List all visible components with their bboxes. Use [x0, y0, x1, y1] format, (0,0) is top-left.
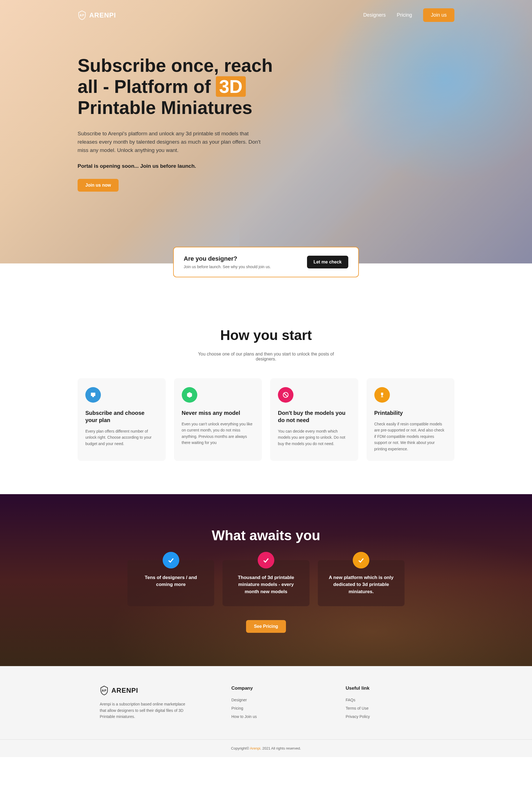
hero-title: Subscribe once, reach all - Platform of …: [77, 55, 277, 119]
footer-brand: AP ARENPI Arenpi is a subscription based…: [100, 685, 204, 723]
check-icon: [258, 552, 274, 569]
feature-card: Don't buy the models you do not need You…: [270, 378, 358, 461]
footer-logo[interactable]: AP ARENPI: [100, 685, 204, 696]
awaits-cards: Tens of designers / and coming more Thou…: [128, 560, 404, 607]
join-button[interactable]: Join us: [423, 8, 455, 22]
footer-link[interactable]: Pricing: [231, 706, 318, 710]
cube-icon: [182, 387, 197, 403]
feature-desc: Even you can't unlock everything you lik…: [182, 421, 254, 446]
designer-card-desc: Join us before launch. See why you shoul…: [184, 264, 271, 269]
join-now-button[interactable]: Join us now: [77, 179, 118, 192]
await-card: A new platform which is only dedicated t…: [318, 560, 404, 607]
await-card: Tens of designers / and coming more: [128, 560, 214, 607]
block-icon: [278, 387, 293, 403]
feature-title: Printability: [374, 409, 447, 417]
nav-pricing[interactable]: Pricing: [397, 12, 412, 18]
svg-rect-1: [91, 393, 95, 396]
hero-description: Subscribe to Arenpi's platform and unloc…: [77, 129, 266, 155]
footer-link[interactable]: How to Join us: [231, 714, 318, 719]
subscribe-icon: [85, 387, 101, 403]
svg-text:AP: AP: [80, 14, 84, 17]
svg-text:AP: AP: [102, 689, 106, 692]
hero-tagline: Portal is opening soon... Join us before…: [77, 163, 277, 169]
footer-link[interactable]: Terms of Use: [346, 706, 433, 710]
shield-icon: AP: [77, 10, 86, 20]
logo[interactable]: AP ARENPI: [77, 10, 116, 20]
feature-desc: Check easily if resin compatible models …: [374, 421, 447, 452]
hero-section: AP ARENPI Designers Pricing Join us Subs…: [0, 0, 532, 263]
footer-useful-col: Useful link FAQs Terms of Use Privacy Po…: [346, 685, 433, 723]
nav-designers[interactable]: Designers: [363, 12, 386, 18]
check-icon: [163, 552, 179, 569]
how-start-section: How you start You choose one of our plan…: [0, 294, 532, 494]
feature-title: Subscribe and choose your plan: [85, 409, 158, 424]
await-text: A new platform which is only dedicated t…: [326, 574, 396, 595]
designer-card: Are you designer? Join us before launch.…: [173, 247, 359, 277]
footer-link[interactable]: Privacy Policy: [346, 714, 433, 719]
brand-name: ARENPI: [89, 12, 116, 19]
feature-card: Printability Check easily if resin compa…: [367, 378, 455, 461]
designer-card-title: Are you designer?: [184, 255, 271, 262]
await-text: Thousand of 3d printable miniature model…: [231, 574, 301, 595]
feature-card: Never miss any model Even you can't unlo…: [174, 378, 262, 461]
await-card: Thousand of 3d printable miniature model…: [222, 560, 309, 607]
footer-company-col: Company Designer Pricing How to Join us: [231, 685, 318, 723]
await-text: Tens of designers / and coming more: [136, 574, 206, 588]
feature-title: Never miss any model: [182, 409, 254, 417]
how-start-sub: You choose one of our plans and then you…: [197, 352, 335, 362]
awaits-title: What awaits you: [77, 528, 455, 544]
shield-icon: AP: [100, 685, 109, 696]
highlight-3d: 3D: [216, 76, 246, 97]
footer-link[interactable]: FAQs: [346, 698, 433, 702]
footer-brand-link[interactable]: Arenpi: [250, 746, 261, 750]
features-grid: Subscribe and choose your plan Every pla…: [77, 378, 455, 461]
feature-desc: Every plan offers different number of un…: [85, 428, 158, 447]
main-nav: AP ARENPI Designers Pricing Join us: [77, 0, 455, 30]
feature-title: Don't buy the models you do not need: [278, 409, 351, 424]
feature-desc: You can decide every month which models …: [278, 428, 351, 447]
feature-card: Subscribe and choose your plan Every pla…: [77, 378, 166, 461]
trophy-icon: [374, 387, 390, 403]
footer-desc: Arenpi is a subscription based online ma…: [100, 701, 189, 720]
footer-link[interactable]: Designer: [231, 698, 318, 702]
svg-line-4: [284, 393, 287, 397]
footer-heading: Company: [231, 685, 318, 691]
check-button[interactable]: Let me check: [307, 256, 348, 269]
footer: AP ARENPI Arenpi is a subscription based…: [0, 666, 532, 757]
footer-bottom: Copyright© Arenpi. 2021 All rights reser…: [0, 739, 532, 757]
brand-name: ARENPI: [111, 687, 138, 694]
svg-rect-2: [92, 396, 94, 397]
footer-heading: Useful link: [346, 685, 433, 691]
how-start-title: How you start: [77, 327, 455, 343]
hero-content: Subscribe once, reach all - Platform of …: [77, 30, 277, 217]
awaits-section: What awaits you Tens of designers / and …: [0, 494, 532, 666]
see-pricing-button[interactable]: See Pricing: [246, 620, 286, 633]
nav-links: Designers Pricing Join us: [363, 8, 455, 22]
check-icon: [353, 552, 369, 569]
